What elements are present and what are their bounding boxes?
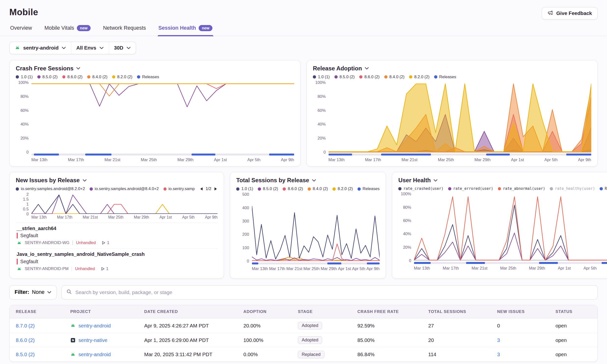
y-tick-label: 200	[242, 232, 249, 237]
legend-item[interactable]: Releases	[358, 186, 380, 191]
chart-selector-chevron-icon[interactable]	[365, 67, 369, 70]
legend-item[interactable]: 8.5.0 (2)	[334, 75, 355, 79]
crash-free-rate-cell: 92.59%	[358, 323, 428, 329]
release-marker[interactable]	[414, 262, 431, 264]
legend-item[interactable]: rate_crashed(user)	[398, 186, 443, 191]
give-feedback-button[interactable]: Give Feedback	[542, 7, 598, 20]
legend-item[interactable]: 8.2.0 (2)	[332, 186, 353, 191]
release-marker[interactable]	[329, 154, 352, 156]
legend-item[interactable]: 1.0 (1)	[236, 186, 253, 191]
tab-mobile-vitals[interactable]: Mobile Vitalsnew	[44, 23, 91, 36]
environment-filter-button[interactable]: All Envs	[71, 42, 109, 54]
chart-title: Crash Free Sessions	[16, 65, 73, 72]
release-marker[interactable]	[252, 262, 258, 264]
legend-item[interactable]: 8.2.0 (2)	[112, 75, 133, 79]
release-marker[interactable]	[539, 262, 558, 264]
series-color-dot	[308, 187, 311, 191]
column-header[interactable]: STATUS	[555, 309, 597, 314]
release-marker[interactable]	[327, 262, 341, 264]
release-marker[interactable]	[381, 154, 431, 156]
release-version-link[interactable]: 8.7.0 (2)	[16, 323, 35, 328]
release-marker[interactable]	[486, 154, 510, 156]
series-color-dot	[313, 75, 316, 78]
legend-item[interactable]: rate_healthy(user)	[550, 186, 595, 191]
release-marker[interactable]	[367, 262, 380, 264]
x-tick-label: Apr 1st	[338, 266, 351, 271]
legend-item[interactable]: 8.4.0 (2)	[384, 75, 405, 79]
release-version-link[interactable]: 8.6.0 (2)	[16, 337, 35, 343]
column-header[interactable]: DATE CREATED	[144, 309, 243, 314]
legend-item[interactable]: Releases	[434, 75, 456, 79]
legend-item[interactable]: 8.6.0 (2)	[283, 186, 303, 191]
next-page-button[interactable]	[214, 187, 218, 191]
legend-item[interactable]: 8.2.0 (2)	[409, 75, 429, 79]
legend-label: 8.4.0 (2)	[313, 186, 328, 191]
release-marker[interactable]	[192, 154, 215, 156]
legend-label: rate_abnormal(user)	[503, 186, 545, 191]
column-header[interactable]: NEW ISSUES	[497, 309, 555, 314]
legend-item[interactable]: io.sentry.samples.android@8.4.0+2	[90, 186, 159, 191]
column-header[interactable]: STAGE	[298, 309, 357, 314]
release-marker[interactable]	[85, 154, 111, 156]
release-filter-button[interactable]: Filter: None	[9, 285, 57, 300]
chart-selector-chevron-icon[interactable]	[433, 179, 438, 182]
prev-page-button[interactable]	[199, 187, 203, 191]
legend-item[interactable]: 1.0 (1)	[16, 75, 33, 79]
project-filter-button[interactable]: sentry-android	[10, 42, 71, 54]
column-header[interactable]: TOTAL SESSIONS	[428, 309, 497, 314]
series-color-dot	[112, 75, 115, 78]
x-tick-label: Mar 17th	[269, 266, 285, 271]
series-color-dot	[283, 187, 286, 191]
tab-network-requests[interactable]: Network Requests	[102, 23, 147, 36]
legend-item[interactable]: 8.6.0 (2)	[359, 75, 380, 79]
legend-item[interactable]: rate_errored(user)	[448, 186, 493, 191]
legend-item[interactable]: rate_abnormal(user)	[498, 186, 545, 191]
legend-item[interactable]: 8.5.0 (2)	[37, 75, 58, 79]
new-issues-link[interactable]: 3	[497, 351, 500, 357]
divider	[72, 267, 72, 271]
legend-item[interactable]: 8.5.0 (2)	[258, 186, 278, 191]
releases-table: RELEASEPROJECTDATE CREATEDADOPTIONSTAGEC…	[9, 305, 598, 362]
stage-pill: Adopted	[298, 322, 322, 329]
new-issues-link[interactable]: 3	[497, 337, 500, 343]
release-marker[interactable]	[566, 154, 591, 156]
legend-item[interactable]: Releases	[137, 75, 159, 79]
issue-title-link[interactable]: Java_io_sentry_samples_android_NativeSam…	[17, 251, 217, 257]
chart-selector-chevron-icon[interactable]	[312, 179, 316, 182]
total-sessions-cell: 114	[428, 351, 497, 357]
date-range-filter-button[interactable]: 30D	[109, 42, 136, 54]
crash-free-rate-cell: 85.00%	[358, 337, 428, 343]
legend-item[interactable]: Releases	[600, 186, 607, 191]
release-search-input[interactable]	[75, 289, 593, 295]
legend-item[interactable]: 8.4.0 (2)	[87, 75, 108, 79]
chart-selector-chevron-icon[interactable]	[83, 179, 87, 182]
tab-session-health[interactable]: Session Healthnew	[158, 23, 213, 36]
project-link[interactable]: sentry-android	[78, 323, 111, 329]
release-marker[interactable]	[34, 154, 59, 156]
release-version-link[interactable]: 8.5.0 (2)	[16, 351, 35, 357]
chart-selector-chevron-icon[interactable]	[76, 67, 80, 70]
release-marker[interactable]	[466, 262, 485, 264]
release-marker[interactable]	[269, 154, 294, 156]
tab-overview[interactable]: Overview	[9, 23, 33, 36]
column-header[interactable]: PROJECT	[70, 309, 144, 314]
release-marker[interactable]	[602, 262, 607, 264]
column-header[interactable]: ADOPTION	[243, 309, 298, 314]
issue-title-link[interactable]: __strlen_aarch64	[17, 226, 217, 231]
y-tick-label: 500	[242, 192, 249, 197]
legend-item[interactable]: io.sentry.samples.android@8.2.0+2	[16, 186, 85, 191]
legend-item[interactable]: io.sentry.samp	[164, 186, 195, 191]
legend-item[interactable]: 8.6.0 (2)	[62, 75, 83, 79]
project-link[interactable]: sentry-native	[78, 337, 107, 343]
y-tick-label: 0	[26, 212, 28, 217]
legend-label: Releases	[142, 75, 159, 79]
series-color-dot	[258, 187, 261, 191]
column-header[interactable]: RELEASE	[16, 309, 70, 314]
project-link[interactable]: sentry-android	[78, 351, 111, 357]
legend-item[interactable]: 1.0 (1)	[313, 75, 330, 79]
x-tick-label: Apr 9th	[578, 157, 591, 162]
chart-legend: 1.0 (1)8.5.0 (2)8.6.0 (2)8.4.0 (2)8.2.0 …	[236, 186, 380, 191]
legend-item[interactable]: 8.4.0 (2)	[308, 186, 328, 191]
x-tick-label: Mar 13th	[31, 215, 47, 220]
column-header[interactable]: CRASH FREE RATE	[358, 309, 428, 314]
